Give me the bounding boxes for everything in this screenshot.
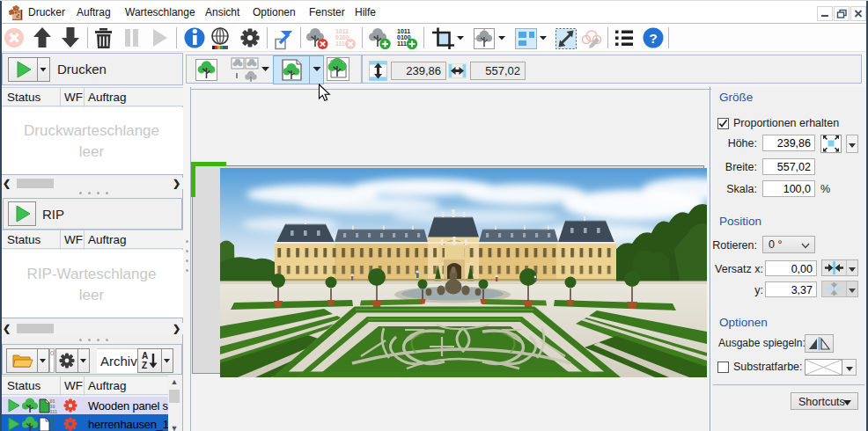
svg-text:0100: 0100 <box>335 34 349 40</box>
svg-text:Z: Z <box>142 361 147 370</box>
svg-text:111: 111 <box>397 40 407 47</box>
svg-text:1011: 1011 <box>335 28 349 34</box>
svg-text:?: ? <box>649 31 657 46</box>
svg-text:111: 111 <box>335 40 345 47</box>
svg-text:1011: 1011 <box>397 28 410 34</box>
svg-text:A: A <box>142 351 148 361</box>
svg-text:111: 111 <box>50 409 57 414</box>
svg-text:0100: 0100 <box>397 34 411 40</box>
svg-text:111: 111 <box>50 427 57 431</box>
